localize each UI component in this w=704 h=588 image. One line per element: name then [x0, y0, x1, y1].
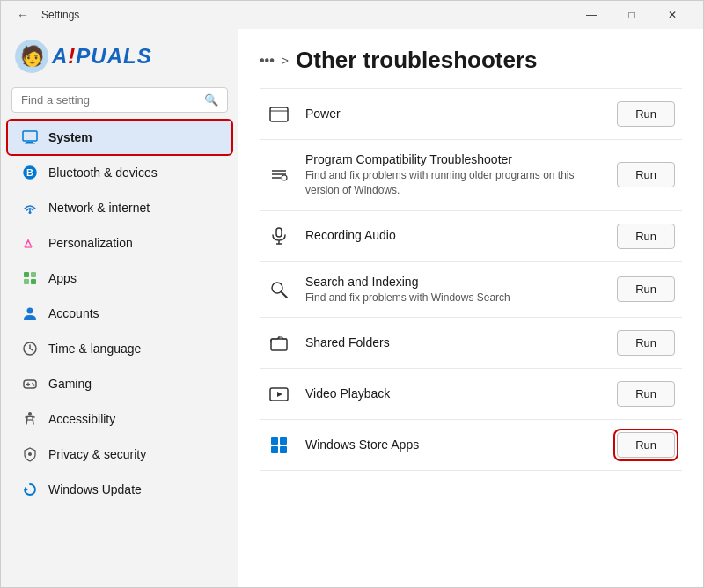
minimize-button[interactable]: — — [571, 1, 612, 29]
svg-rect-2 — [25, 143, 35, 144]
sidebar-item-privacy[interactable]: Privacy & security — [8, 437, 231, 471]
power-run-button[interactable]: Run — [617, 101, 675, 127]
program-compat-info: Program Compatibility Troubleshooter Fin… — [305, 152, 603, 198]
sidebar-item-system[interactable]: System — [8, 121, 231, 154]
windows-update-icon — [22, 481, 38, 497]
sidebar-item-bluetooth[interactable]: B Bluetooth & devices — [8, 156, 231, 189]
logo-face-icon: 🧑 — [15, 40, 48, 73]
sidebar-label-network: Network & internet — [48, 201, 150, 215]
svg-rect-8 — [31, 272, 36, 277]
program-compat-run-button[interactable]: Run — [617, 162, 675, 187]
search-box[interactable]: 🔍 — [11, 87, 228, 113]
sidebar-item-accounts[interactable]: Accounts — [8, 297, 231, 330]
video-playback-icon — [267, 385, 291, 404]
accessibility-icon — [22, 411, 38, 427]
sidebar-label-gaming: Gaming — [48, 377, 92, 391]
windows-store-icon — [267, 436, 291, 455]
main-layout: 🧑 A!PUALS 🔍 — [1, 29, 703, 587]
shared-folders-icon — [267, 334, 291, 353]
privacy-icon — [22, 446, 38, 462]
program-compat-icon — [267, 165, 291, 185]
svg-rect-41 — [280, 446, 287, 453]
troubleshooter-item-windows-store: Windows Store Apps Run — [260, 420, 682, 471]
program-compat-desc: Find and fix problems with running older… — [305, 168, 603, 198]
apuals-logo: 🧑 A!PUALS — [15, 40, 152, 73]
shared-folders-run-button[interactable]: Run — [617, 330, 675, 356]
svg-rect-9 — [24, 279, 29, 284]
recording-audio-info: Recording Audio — [305, 228, 603, 244]
svg-rect-10 — [31, 279, 36, 284]
windows-store-run-button[interactable]: Run — [617, 432, 675, 458]
titlebar-left: ← Settings — [11, 6, 79, 24]
svg-rect-40 — [271, 446, 278, 453]
sidebar-label-accessibility: Accessibility — [48, 412, 115, 426]
svg-point-18 — [32, 383, 33, 385]
close-button[interactable]: ✕ — [652, 1, 693, 29]
bluetooth-icon: B — [22, 165, 38, 180]
breadcrumb-dots[interactable]: ••• — [260, 53, 275, 69]
program-compat-name: Program Compatibility Troubleshooter — [305, 152, 603, 166]
sidebar-item-apps[interactable]: Apps — [8, 261, 231, 295]
sidebar-label-system: System — [48, 130, 92, 144]
windows-store-info: Windows Store Apps — [305, 437, 603, 453]
svg-rect-29 — [276, 228, 282, 237]
sidebar-label-time: Time & language — [48, 342, 141, 356]
apps-icon — [22, 270, 38, 286]
svg-point-11 — [27, 308, 33, 314]
sidebar-label-apps: Apps — [48, 271, 77, 285]
sidebar-item-accessibility[interactable]: Accessibility — [8, 402, 231, 436]
search-indexing-run-button[interactable]: Run — [617, 276, 675, 302]
sidebar-item-personalization[interactable]: Personalization — [8, 226, 231, 260]
sidebar: 🧑 A!PUALS 🔍 — [1, 29, 238, 587]
search-icon: 🔍 — [204, 93, 218, 107]
sidebar-item-time[interactable]: Time & language — [8, 332, 231, 365]
sidebar-item-network[interactable]: Network & internet — [8, 191, 231, 224]
troubleshooter-item-program-compat: Program Compatibility Troubleshooter Fin… — [260, 140, 682, 211]
accounts-icon — [22, 305, 38, 321]
sidebar-item-windows-update[interactable]: Windows Update — [8, 473, 231, 506]
video-playback-name: Video Playback — [305, 386, 603, 401]
troubleshooter-item-shared-folders: Shared Folders Run — [260, 318, 682, 369]
svg-rect-38 — [271, 437, 278, 445]
svg-line-33 — [282, 292, 287, 298]
svg-point-21 — [28, 452, 32, 456]
content-area: ••• > Other troubleshooters Power — [238, 29, 703, 587]
svg-point-5 — [29, 211, 32, 214]
troubleshooter-item-recording-audio: Recording Audio Run — [260, 211, 682, 262]
search-input[interactable] — [21, 93, 204, 107]
search-indexing-info: Search and Indexing Find and fix problem… — [305, 275, 603, 305]
video-playback-info: Video Playback — [305, 386, 603, 402]
back-button[interactable]: ← — [11, 6, 34, 24]
settings-window: ← Settings — □ ✕ 🧑 A!PUALS — [0, 0, 704, 588]
logo-brand-text: A!PUALS — [52, 44, 152, 69]
svg-point-32 — [272, 283, 282, 293]
time-icon — [22, 341, 38, 356]
svg-point-19 — [33, 384, 35, 386]
sidebar-label-windows-update: Windows Update — [48, 482, 142, 496]
power-name: Power — [305, 107, 603, 121]
breadcrumb-separator: > — [282, 54, 289, 68]
shared-folders-info: Shared Folders — [305, 335, 603, 351]
video-playback-run-button[interactable]: Run — [617, 381, 675, 407]
personalization-icon — [22, 235, 38, 251]
troubleshooter-item-video-playback: Video Playback Run — [260, 369, 682, 420]
maximize-button[interactable]: □ — [612, 1, 652, 29]
sidebar-label-personalization: Personalization — [48, 236, 133, 250]
svg-marker-22 — [25, 487, 28, 492]
svg-marker-37 — [277, 392, 282, 397]
network-icon — [22, 200, 38, 216]
sidebar-item-gaming[interactable]: Gaming — [8, 367, 231, 401]
recording-audio-run-button[interactable]: Run — [617, 224, 675, 249]
gaming-icon — [22, 376, 38, 392]
breadcrumb: ••• > Other troubleshooters — [260, 47, 682, 74]
power-icon — [267, 105, 291, 124]
titlebar-controls: — □ ✕ — [571, 1, 693, 29]
shared-folders-name: Shared Folders — [305, 335, 603, 349]
svg-line-14 — [30, 349, 33, 350]
search-indexing-name: Search and Indexing — [305, 275, 603, 289]
sidebar-label-accounts: Accounts — [48, 306, 99, 320]
page-title: Other troubleshooters — [296, 47, 537, 74]
power-info: Power — [305, 107, 603, 122]
svg-point-28 — [282, 175, 287, 180]
window-title: Settings — [41, 9, 79, 21]
